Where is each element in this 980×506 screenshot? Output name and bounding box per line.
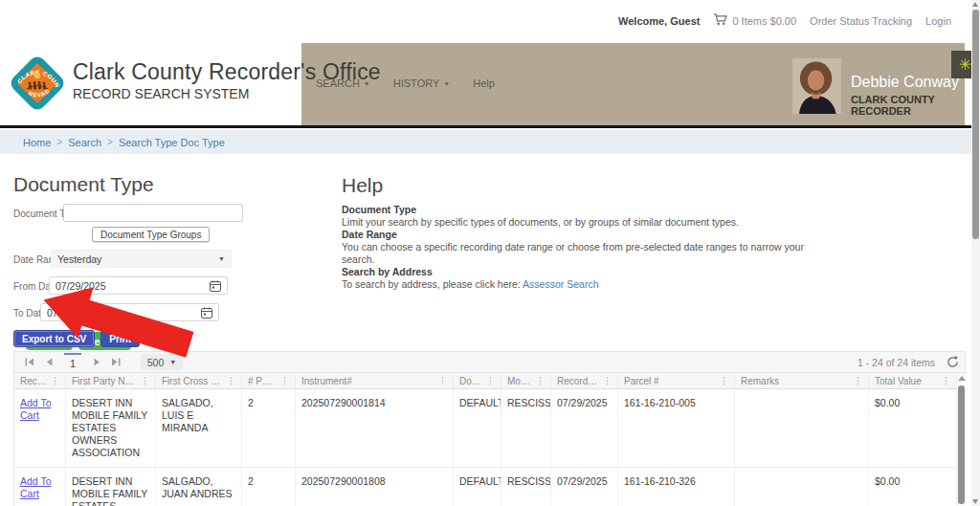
table-cell: 161-16-210-326 — [618, 468, 735, 506]
table-cell: Add To Cart — [14, 468, 66, 506]
column-header[interactable]: # Pages⋮ — [242, 373, 296, 388]
assessor-search-link[interactable]: Assessor Search — [523, 278, 598, 290]
results-grid: Export to CSV Print 1 500▼ 1 - 24 of 24 … — [13, 330, 966, 506]
breadcrumb-search[interactable]: Search — [68, 137, 101, 148]
column-header[interactable]: Record⋮ — [14, 373, 66, 388]
help-section-title: Search by Address — [342, 266, 820, 278]
table-cell: DEFAULT — [454, 389, 501, 467]
cart-total-text[interactable]: 0 Items $0.00 — [732, 15, 796, 27]
table-cell: DESERT INN MOBILE FAMILY ESTATES OWNERS … — [66, 389, 156, 467]
column-menu-icon[interactable]: ⋮ — [137, 376, 149, 385]
chevron-down-icon: ▼ — [443, 80, 450, 87]
column-menu-icon[interactable]: ⋮ — [277, 376, 289, 385]
page-scrollbar[interactable] — [971, 0, 980, 506]
breadcrumb-separator: > — [107, 137, 113, 147]
header: CLARK COUNTY NEVADA Clark County Recorde… — [0, 43, 980, 125]
page-size-select[interactable]: 500▼ — [141, 354, 183, 370]
page-scrollbar-thumb[interactable] — [972, 10, 979, 239]
column-menu-icon[interactable]: ⋮ — [434, 376, 447, 385]
column-menu-icon[interactable]: ⋮ — [716, 376, 728, 385]
recorder-photo — [792, 55, 841, 118]
table-cell: RESCISSI... — [501, 468, 551, 506]
breadcrumb-home[interactable]: Home — [23, 137, 51, 148]
table-row: Add To CartDESERT INN MOBILE FAMILY ESTA… — [14, 389, 965, 468]
column-header[interactable]: Parcel #⋮ — [618, 373, 735, 388]
grid-scrollbar[interactable] — [957, 374, 966, 506]
nav-search-menu[interactable]: SEARCH▼ — [316, 77, 370, 89]
column-menu-icon[interactable]: ⋮ — [938, 376, 950, 385]
table-cell: Add To Cart — [14, 389, 66, 467]
nav-history-menu[interactable]: HISTORY▼ — [393, 77, 450, 89]
column-header[interactable]: Remarks⋮ — [735, 373, 869, 388]
column-header[interactable]: Modifier⋮ — [501, 373, 551, 388]
breadcrumb-doc-type[interactable]: Search Type Doc Type — [119, 137, 225, 148]
table-cell: 202507290001814 — [296, 389, 454, 467]
calendar-icon[interactable] — [201, 307, 212, 319]
scroll-down-arrow-icon[interactable] — [972, 499, 978, 504]
header-divider — [0, 125, 980, 128]
main-nav: SEARCH▼ HISTORY▼ Help — [316, 77, 495, 89]
table-cell — [735, 468, 869, 506]
table-cell: 202507290001808 — [296, 468, 454, 506]
chevron-down-icon: ▼ — [169, 359, 176, 365]
pager-info-text: 1 - 24 of 24 items — [858, 357, 935, 368]
grid-scrollbar-thumb[interactable] — [958, 385, 965, 504]
table-cell: 07/29/2025 — [551, 389, 618, 467]
column-header[interactable]: First Party Name⋮ — [66, 373, 156, 388]
table-cell: 07/29/2025 — [551, 468, 618, 506]
help-section-text: To search by address, please click here:… — [342, 278, 820, 291]
cart-icon[interactable] — [713, 13, 727, 28]
column-menu-icon[interactable]: ⋮ — [482, 376, 495, 385]
login-link[interactable]: Login — [925, 15, 951, 27]
scroll-up-arrow-icon[interactable] — [972, 2, 978, 7]
help-section-text: You can choose a specific recording date… — [342, 241, 820, 266]
welcome-text: Welcome, Guest — [618, 15, 700, 27]
column-menu-icon[interactable]: ⋮ — [532, 376, 545, 385]
from-date-input[interactable]: 07/29/2025 — [49, 276, 228, 295]
print-button[interactable]: Print — [100, 330, 140, 347]
first-page-button[interactable] — [20, 353, 39, 372]
column-header[interactable]: First Cross Party ...⋮ — [156, 373, 242, 388]
table-row: Add To CartDESERT INN MOBILE FAMILY ESTA… — [14, 468, 965, 506]
column-menu-icon[interactable]: ⋮ — [223, 376, 235, 385]
table-cell: DESERT INN MOBILE FAMILY ESTATES OWNERS … — [66, 468, 156, 506]
doc-type-input[interactable] — [63, 204, 243, 222]
order-status-link[interactable]: Order Status Tracking — [810, 15, 912, 27]
prev-page-button[interactable] — [39, 353, 58, 372]
page-number-button[interactable]: 1 — [64, 353, 81, 371]
table-cell: 2 — [242, 468, 296, 506]
scroll-up-arrow-icon[interactable] — [958, 376, 966, 381]
last-page-button[interactable] — [106, 353, 125, 372]
column-header[interactable]: Total Value⋮ — [869, 373, 957, 388]
add-to-cart-link[interactable]: Add To Cart — [20, 397, 52, 421]
breadcrumb-separator: > — [56, 137, 62, 147]
table-cell: RESCISSI... — [501, 389, 551, 467]
recorder-title: CLARK COUNTY RECORDER — [851, 94, 980, 117]
help-section-title: Document Type — [342, 204, 820, 216]
grid-body: Add To CartDESERT INN MOBILE FAMILY ESTA… — [13, 389, 966, 506]
cart-link[interactable]: 0 Items $0.00 — [713, 13, 796, 28]
calendar-icon[interactable] — [210, 280, 221, 292]
column-menu-icon[interactable]: ⋮ — [47, 376, 59, 385]
column-header[interactable]: Docum...⋮ — [454, 373, 501, 388]
grid-header-row: Record⋮First Party Name⋮First Cross Part… — [13, 373, 966, 389]
help-section-title: Date Range — [342, 229, 820, 241]
page-title: Document Type — [13, 173, 301, 196]
table-cell: $0.00 — [869, 468, 957, 506]
column-header[interactable]: Instrument#⋮ — [296, 373, 454, 388]
date-range-select[interactable]: Yesterday ▼ — [51, 250, 232, 268]
to-date-input[interactable]: 07/30/2025 — [40, 303, 219, 321]
next-page-button[interactable] — [87, 353, 106, 372]
asterisk-icon: ✳ — [959, 57, 971, 73]
nav-help-link[interactable]: Help — [473, 77, 495, 89]
export-csv-button[interactable]: Export to CSV — [13, 330, 95, 347]
document-type-panel: Document Type Document Type Document Typ… — [13, 173, 301, 350]
add-to-cart-link[interactable]: Add To Cart — [20, 475, 52, 499]
column-menu-icon[interactable]: ⋮ — [850, 376, 862, 385]
table-cell: 161-16-210-005 — [618, 389, 735, 467]
column-header[interactable]: Record Date⋮ — [551, 373, 618, 388]
column-menu-icon[interactable]: ⋮ — [599, 376, 612, 385]
refresh-icon[interactable] — [947, 356, 959, 368]
doc-type-groups-button[interactable]: Document Type Groups — [92, 227, 210, 242]
clark-county-logo: CLARK COUNTY NEVADA — [8, 51, 67, 116]
